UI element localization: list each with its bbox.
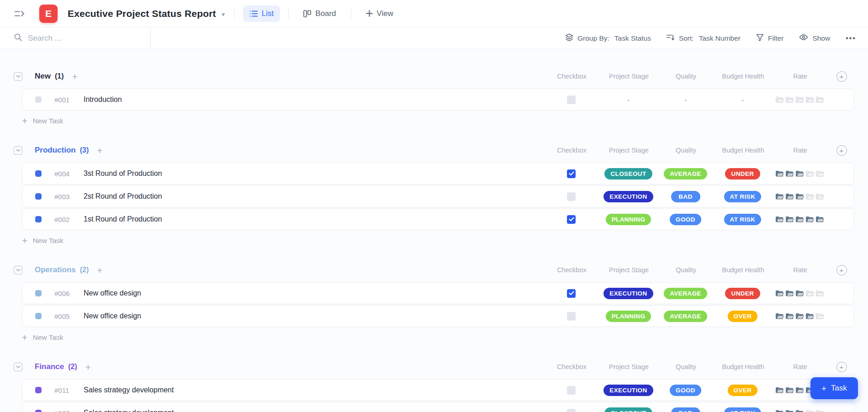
project-stage-badge[interactable]: EXECUTION (603, 191, 653, 202)
task-title[interactable]: 3st Round of Production (84, 169, 162, 178)
folder-rate-icon[interactable] (775, 96, 784, 103)
task-row[interactable]: #011Sales strategy developmentEXECUTIONG… (22, 379, 854, 401)
task-checkbox[interactable] (567, 169, 576, 178)
task-checkbox[interactable] (567, 386, 576, 395)
add-column-button[interactable]: + (836, 265, 847, 275)
folder-rate-icon[interactable] (805, 193, 814, 200)
task-title[interactable]: 1st Round of Production (84, 215, 162, 223)
budget-health-badge[interactable]: OVER (728, 311, 758, 322)
collapse-group-button[interactable] (14, 146, 22, 155)
project-stage-badge[interactable]: PLANNING (606, 311, 651, 322)
group-by-control[interactable]: Group By: Task Status (565, 33, 651, 43)
task-row[interactable]: #0021st Round of ProductionPLANNINGGOODA… (22, 208, 854, 230)
folder-rate-icon[interactable] (785, 386, 794, 394)
task-row[interactable]: #0043st Round of ProductionCLOSEOUTAVERA… (22, 163, 854, 185)
folder-rate-icon[interactable] (805, 409, 814, 412)
task-row[interactable]: #0032st Round of ProductionEXECUTIONBADA… (22, 185, 854, 207)
task-title[interactable]: Sales strategy development (84, 386, 174, 394)
folder-rate-icon[interactable] (815, 170, 824, 177)
rate-rating[interactable] (775, 193, 824, 200)
add-column-button[interactable]: + (836, 362, 847, 372)
quality-badge[interactable]: GOOD (670, 214, 701, 225)
new-task-button[interactable]: +New Task (22, 231, 854, 250)
quality-badge[interactable]: AVERAGE (664, 311, 707, 322)
add-column-button[interactable]: + (836, 145, 847, 156)
folder-rate-icon[interactable] (785, 290, 794, 297)
quality-badge[interactable]: BAD (671, 407, 700, 412)
folder-rate-icon[interactable] (805, 96, 814, 103)
add-task-to-group-button[interactable]: + (97, 265, 102, 275)
collapse-group-button[interactable] (14, 266, 22, 275)
collapse-group-button[interactable] (14, 72, 22, 81)
task-status-dot[interactable] (35, 290, 42, 296)
budget-health-badge[interactable]: UNDER (725, 168, 760, 180)
add-task-to-group-button[interactable]: + (72, 72, 78, 81)
task-checkbox[interactable] (567, 312, 576, 321)
folder-rate-icon[interactable] (815, 193, 824, 200)
task-title[interactable]: 2st Round of Production (84, 192, 162, 201)
task-title[interactable]: New office design (84, 312, 141, 320)
task-status-dot[interactable] (35, 216, 42, 222)
more-options-button[interactable]: ••• (846, 34, 856, 42)
folder-rate-icon[interactable] (775, 193, 784, 200)
folder-rate-icon[interactable] (775, 312, 784, 320)
budget-health-badge[interactable]: AT RISK (724, 191, 762, 202)
folder-rate-icon[interactable] (815, 96, 824, 103)
folder-rate-icon[interactable] (795, 312, 804, 320)
tab-list[interactable]: List (243, 5, 280, 22)
rate-rating[interactable] (775, 216, 824, 223)
folder-rate-icon[interactable] (795, 216, 804, 223)
rate-rating[interactable] (775, 170, 824, 177)
folder-rate-icon[interactable] (815, 409, 824, 412)
filter-control[interactable]: Filter (756, 34, 783, 43)
task-status-dot[interactable] (35, 170, 42, 177)
quality-badge[interactable]: AVERAGE (664, 168, 707, 180)
project-stage-badge[interactable]: CLOSEOUT (604, 407, 652, 412)
tab-board[interactable]: Board (297, 5, 342, 22)
folder-rate-icon[interactable] (805, 290, 814, 297)
task-checkbox[interactable] (567, 192, 576, 201)
search-input[interactable] (28, 34, 128, 43)
folder-rate-icon[interactable] (795, 386, 804, 394)
rate-rating[interactable] (775, 312, 824, 320)
folder-rate-icon[interactable] (775, 409, 784, 412)
folder-rate-icon[interactable] (775, 290, 784, 297)
budget-health-badge[interactable]: AT RISK (724, 407, 762, 412)
folder-rate-icon[interactable] (815, 312, 824, 320)
folder-rate-icon[interactable] (775, 386, 784, 394)
folder-rate-icon[interactable] (815, 216, 824, 223)
show-control[interactable]: Show (799, 34, 830, 42)
task-row[interactable]: #006New office designEXECUTIONAVERAGEUND… (22, 282, 854, 304)
task-status-dot[interactable] (35, 410, 42, 412)
new-task-button[interactable]: +New Task (22, 111, 854, 131)
folder-rate-icon[interactable] (805, 312, 814, 320)
task-row[interactable]: #007Sales strategy developmentCLOSEOUTBA… (22, 402, 854, 412)
project-stage-badge[interactable]: EXECUTION (603, 288, 653, 299)
task-status-dot[interactable] (35, 387, 42, 393)
task-title[interactable]: New office design (84, 289, 141, 297)
rate-rating[interactable] (775, 290, 824, 297)
task-status-dot[interactable] (35, 193, 42, 200)
folder-rate-icon[interactable] (775, 170, 784, 177)
add-task-floating-button[interactable]: + Task (810, 377, 858, 399)
new-task-button[interactable]: +New Task (22, 328, 854, 347)
quality-badge[interactable]: AVERAGE (664, 288, 707, 299)
workspace-logo[interactable]: E (39, 5, 58, 23)
task-row[interactable]: #001Introduction--- (22, 89, 854, 111)
task-checkbox[interactable] (567, 409, 576, 412)
task-status-dot[interactable] (35, 313, 42, 319)
add-task-to-group-button[interactable]: + (97, 146, 102, 155)
task-status-dot[interactable] (35, 96, 42, 103)
folder-rate-icon[interactable] (775, 216, 784, 223)
search-box[interactable] (0, 27, 151, 49)
project-stage-badge[interactable]: CLOSEOUT (604, 168, 652, 180)
folder-rate-icon[interactable] (805, 170, 814, 177)
quality-badge[interactable]: BAD (671, 191, 700, 202)
collapse-group-button[interactable] (14, 363, 22, 371)
task-title[interactable]: Sales strategy development (84, 409, 174, 412)
budget-health-badge[interactable]: OVER (728, 385, 758, 396)
task-checkbox[interactable] (567, 215, 576, 224)
folder-rate-icon[interactable] (785, 409, 794, 412)
title-dropdown-caret-icon[interactable]: ▼ (221, 11, 226, 18)
sort-control[interactable]: Sort: Task Number (667, 34, 741, 43)
